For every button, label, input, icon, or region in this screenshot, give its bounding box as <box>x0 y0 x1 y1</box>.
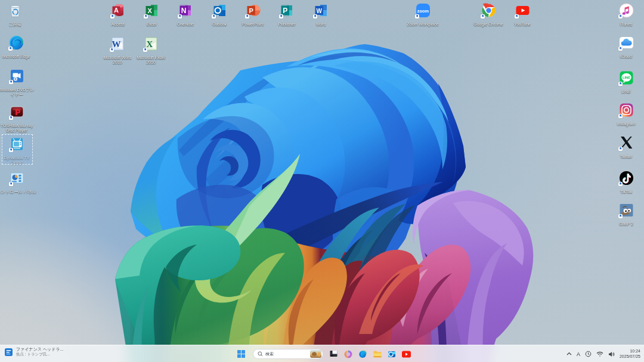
svg-text:W: W <box>316 8 322 14</box>
svg-text:P: P <box>249 7 253 14</box>
svg-text:P: P <box>283 7 287 15</box>
svg-text:LINE: LINE <box>622 76 630 79</box>
svg-text:N: N <box>181 7 186 15</box>
svg-text:A: A <box>114 7 119 14</box>
svg-text:X: X <box>147 7 152 14</box>
svg-text:zoom: zoom <box>417 8 429 14</box>
svg-text:X: X <box>146 39 153 49</box>
